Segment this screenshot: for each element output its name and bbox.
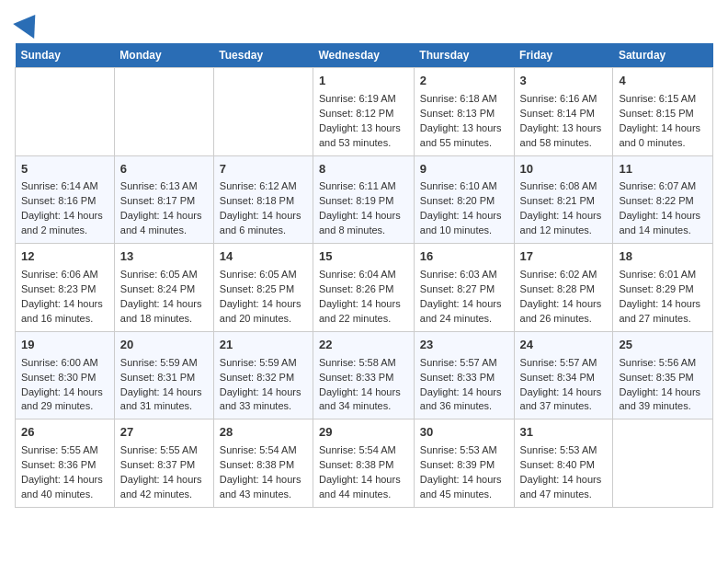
day-info: Sunrise: 6:04 AM bbox=[319, 268, 408, 282]
day-info: Daylight: 14 hours and 47 minutes. bbox=[520, 473, 608, 502]
calendar-cell: 28Sunrise: 5:54 AMSunset: 8:38 PMDayligh… bbox=[213, 419, 313, 508]
day-info: Daylight: 14 hours and 45 minutes. bbox=[420, 473, 508, 502]
day-info: Daylight: 14 hours and 42 minutes. bbox=[120, 473, 208, 502]
calendar-cell bbox=[114, 68, 213, 156]
calendar-cell: 29Sunrise: 5:54 AMSunset: 8:38 PMDayligh… bbox=[313, 419, 414, 508]
day-info: Sunset: 8:28 PM bbox=[520, 282, 608, 297]
day-info: Daylight: 14 hours and 40 minutes. bbox=[21, 473, 108, 502]
calendar-cell: 8Sunrise: 6:11 AMSunset: 8:19 PMDaylight… bbox=[313, 155, 414, 244]
calendar-cell: 7Sunrise: 6:12 AMSunset: 8:18 PMDaylight… bbox=[213, 155, 313, 244]
day-info: Sunrise: 6:05 AM bbox=[120, 268, 208, 282]
day-number: 24 bbox=[520, 337, 608, 354]
day-info: Sunrise: 5:59 AM bbox=[120, 356, 208, 371]
day-info: Sunset: 8:39 PM bbox=[420, 458, 508, 473]
calendar-cell: 24Sunrise: 5:57 AMSunset: 8:34 PMDayligh… bbox=[514, 331, 613, 419]
day-number: 4 bbox=[619, 73, 707, 90]
day-info: Daylight: 13 hours and 55 minutes. bbox=[420, 121, 508, 151]
day-number: 7 bbox=[220, 161, 307, 178]
day-info: Sunrise: 5:53 AM bbox=[420, 443, 508, 458]
day-info: Sunset: 8:40 PM bbox=[520, 458, 608, 473]
day-info: Sunset: 8:12 PM bbox=[319, 107, 408, 121]
day-info: Sunset: 8:31 PM bbox=[120, 371, 208, 385]
day-info: Sunset: 8:33 PM bbox=[319, 371, 408, 385]
day-info: Daylight: 14 hours and 0 minutes. bbox=[619, 121, 707, 151]
day-info: Sunset: 8:30 PM bbox=[21, 371, 108, 385]
day-info: Daylight: 14 hours and 6 minutes. bbox=[220, 209, 307, 238]
calendar-cell: 25Sunrise: 5:56 AMSunset: 8:35 PMDayligh… bbox=[613, 331, 713, 419]
day-number: 31 bbox=[520, 424, 608, 442]
day-number: 3 bbox=[520, 73, 608, 90]
column-header-monday: Monday bbox=[114, 43, 213, 68]
day-number: 18 bbox=[619, 248, 707, 266]
day-info: Daylight: 14 hours and 20 minutes. bbox=[220, 297, 307, 327]
day-number: 16 bbox=[420, 248, 508, 266]
day-info: Sunset: 8:26 PM bbox=[319, 282, 408, 297]
day-number: 13 bbox=[120, 248, 208, 266]
day-info: Daylight: 14 hours and 16 minutes. bbox=[21, 297, 108, 327]
calendar-cell: 4Sunrise: 6:15 AMSunset: 8:15 PMDaylight… bbox=[613, 68, 713, 156]
day-info: Sunrise: 6:06 AM bbox=[21, 268, 108, 282]
day-info: Daylight: 14 hours and 22 minutes. bbox=[319, 297, 408, 327]
calendar-cell: 2Sunrise: 6:18 AMSunset: 8:13 PMDaylight… bbox=[414, 68, 514, 156]
calendar-cell: 14Sunrise: 6:05 AMSunset: 8:25 PMDayligh… bbox=[213, 244, 313, 332]
column-header-thursday: Thursday bbox=[414, 43, 514, 68]
column-header-sunday: Sunday bbox=[16, 43, 115, 68]
day-info: Sunrise: 6:08 AM bbox=[520, 179, 608, 194]
calendar-cell: 23Sunrise: 5:57 AMSunset: 8:33 PMDayligh… bbox=[414, 331, 514, 419]
day-number: 20 bbox=[120, 337, 208, 354]
day-info: Daylight: 14 hours and 43 minutes. bbox=[220, 473, 307, 502]
day-info: Sunset: 8:25 PM bbox=[220, 282, 307, 297]
calendar-cell: 10Sunrise: 6:08 AMSunset: 8:21 PMDayligh… bbox=[514, 155, 613, 244]
day-info: Daylight: 14 hours and 39 minutes. bbox=[619, 385, 707, 415]
day-number: 23 bbox=[420, 337, 508, 354]
day-info: Daylight: 14 hours and 31 minutes. bbox=[120, 385, 208, 415]
calendar-week-row: 5Sunrise: 6:14 AMSunset: 8:16 PMDaylight… bbox=[16, 155, 713, 244]
day-info: Sunset: 8:16 PM bbox=[21, 194, 108, 209]
day-info: Sunset: 8:24 PM bbox=[120, 282, 208, 297]
day-info: Sunrise: 5:56 AM bbox=[619, 356, 707, 371]
day-info: Sunset: 8:38 PM bbox=[319, 458, 408, 473]
day-info: Sunrise: 6:15 AM bbox=[619, 92, 707, 107]
day-info: Daylight: 14 hours and 10 minutes. bbox=[420, 209, 508, 238]
day-info: Sunset: 8:38 PM bbox=[220, 458, 307, 473]
day-info: Sunset: 8:29 PM bbox=[619, 282, 707, 297]
calendar-week-row: 1Sunrise: 6:19 AMSunset: 8:12 PMDaylight… bbox=[16, 68, 713, 156]
day-info: Sunrise: 6:01 AM bbox=[619, 268, 707, 282]
day-info: Sunrise: 6:12 AM bbox=[220, 179, 307, 194]
calendar-header-row: SundayMondayTuesdayWednesdayThursdayFrid… bbox=[16, 43, 713, 68]
day-number: 1 bbox=[319, 73, 408, 90]
day-number: 26 bbox=[21, 424, 108, 442]
day-info: Sunrise: 5:54 AM bbox=[319, 443, 408, 458]
day-info: Sunrise: 6:14 AM bbox=[21, 179, 108, 194]
calendar-cell: 31Sunrise: 5:53 AMSunset: 8:40 PMDayligh… bbox=[514, 419, 613, 508]
day-info: Sunset: 8:17 PM bbox=[120, 194, 208, 209]
day-info: Sunrise: 5:55 AM bbox=[21, 443, 108, 458]
day-info: Sunrise: 6:07 AM bbox=[619, 179, 707, 194]
calendar-cell: 26Sunrise: 5:55 AMSunset: 8:36 PMDayligh… bbox=[16, 419, 115, 508]
day-number: 12 bbox=[21, 248, 108, 266]
column-header-saturday: Saturday bbox=[613, 43, 713, 68]
day-number: 2 bbox=[420, 73, 508, 90]
day-info: Sunset: 8:21 PM bbox=[520, 194, 608, 209]
day-number: 10 bbox=[520, 161, 608, 178]
day-info: Daylight: 14 hours and 12 minutes. bbox=[520, 209, 608, 238]
day-info: Sunset: 8:14 PM bbox=[520, 107, 608, 121]
day-info: Sunrise: 6:10 AM bbox=[420, 179, 508, 194]
day-info: Sunrise: 6:18 AM bbox=[420, 92, 508, 107]
day-number: 15 bbox=[319, 248, 408, 266]
day-number: 25 bbox=[619, 337, 707, 354]
day-info: Daylight: 14 hours and 4 minutes. bbox=[120, 209, 208, 238]
day-info: Sunrise: 6:11 AM bbox=[319, 179, 408, 194]
logo-triangle-icon bbox=[13, 6, 46, 38]
day-info: Daylight: 14 hours and 44 minutes. bbox=[319, 473, 408, 502]
day-number: 6 bbox=[120, 161, 208, 178]
day-info: Sunrise: 5:57 AM bbox=[520, 356, 608, 371]
calendar-cell bbox=[16, 68, 115, 156]
calendar-cell: 19Sunrise: 6:00 AMSunset: 8:30 PMDayligh… bbox=[16, 331, 115, 419]
calendar-week-row: 19Sunrise: 6:00 AMSunset: 8:30 PMDayligh… bbox=[16, 331, 713, 419]
day-info: Sunset: 8:15 PM bbox=[619, 107, 707, 121]
calendar-cell: 6Sunrise: 6:13 AMSunset: 8:17 PMDaylight… bbox=[114, 155, 213, 244]
day-info: Daylight: 14 hours and 33 minutes. bbox=[220, 385, 307, 415]
day-info: Sunset: 8:27 PM bbox=[420, 282, 508, 297]
calendar-cell bbox=[613, 419, 713, 508]
